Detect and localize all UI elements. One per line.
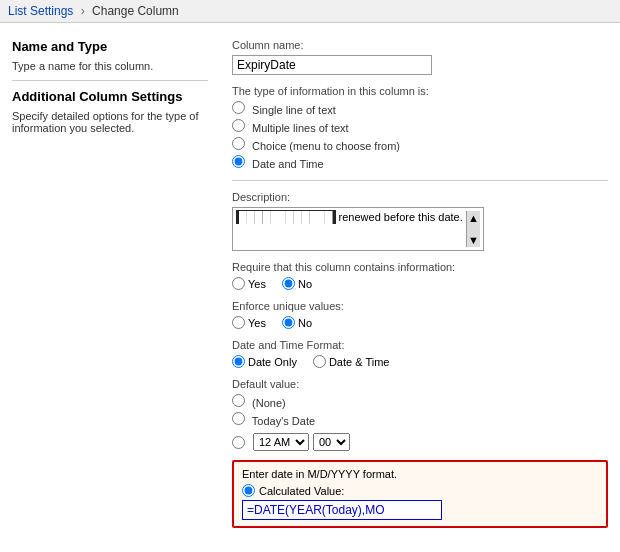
default-none-option[interactable]: (None) (232, 394, 608, 409)
default-radio-group: (None) Today's Date 12 AM 00 (232, 394, 608, 454)
format-label: Date and Time Format: (232, 339, 608, 351)
enforce-yes-option[interactable]: Yes (232, 316, 266, 329)
calculated-label: Calculated Value: (259, 485, 344, 497)
breadcrumb: List Settings › Change Column (0, 0, 620, 23)
format-radio-datetime[interactable] (313, 355, 326, 368)
format-radio-date[interactable] (232, 355, 245, 368)
scroll-down-icon: ▼ (468, 234, 479, 246)
right-column: Column name: The type of information in … (220, 31, 620, 536)
format-radio-group: Date Only Date & Time (232, 355, 608, 368)
require-no-option[interactable]: No (282, 277, 312, 290)
type-radio-single[interactable] (232, 101, 245, 114)
type-radio-group: Single line of text Multiple lines of te… (232, 101, 608, 170)
default-radio-none[interactable] (232, 394, 245, 407)
type-option-multi[interactable]: Multiple lines of text (232, 119, 608, 134)
calculated-value-input[interactable] (242, 500, 442, 520)
enforce-radio-yes[interactable] (232, 316, 245, 329)
format-date-option[interactable]: Date Only (232, 355, 297, 368)
breadcrumb-parent[interactable]: List Settings (8, 4, 73, 18)
enforce-no-option[interactable]: No (282, 316, 312, 329)
default-today-option[interactable]: Today's Date (232, 412, 608, 427)
scroll-up-icon: ▲ (468, 212, 479, 224)
breadcrumb-separator: › (81, 4, 85, 18)
enforce-label: Enforce unique values: (232, 300, 608, 312)
name-type-title: Name and Type (12, 39, 208, 54)
type-option-choice[interactable]: Choice (menu to choose from) (232, 137, 608, 152)
description-scrollbar[interactable]: ▲ ▼ (466, 211, 480, 247)
name-type-desc: Type a name for this column. (12, 60, 208, 72)
default-radio-today[interactable] (232, 412, 245, 425)
require-yes-option[interactable]: Yes (232, 277, 266, 290)
desc-label: Description: (232, 191, 608, 203)
enforce-radio-group: Yes No (232, 316, 608, 329)
desc-plain-text: renewed before this date. (339, 211, 463, 223)
time-select-group: 12 AM 00 (253, 433, 350, 451)
require-radio-no[interactable] (282, 277, 295, 290)
description-field-wrapper: ████████████ renewed before this date. ▲… (232, 207, 484, 251)
time-am-select[interactable]: 12 AM (253, 433, 309, 451)
type-radio-choice[interactable] (232, 137, 245, 150)
type-radio-multi[interactable] (232, 119, 245, 132)
calculated-value-option[interactable]: Calculated Value: (242, 484, 598, 497)
require-radio-group: Yes No (232, 277, 608, 290)
additional-settings-title: Additional Column Settings (12, 89, 208, 104)
type-radio-datetime[interactable] (232, 155, 245, 168)
highlight-label: Enter date in M/D/YYYY format. (242, 468, 598, 480)
main-content: Name and Type Type a name for this colum… (0, 23, 620, 544)
format-datetime-option[interactable]: Date & Time (313, 355, 390, 368)
column-name-input[interactable] (232, 55, 432, 75)
require-label: Require that this column contains inform… (232, 261, 608, 273)
type-option-single[interactable]: Single line of text (232, 101, 608, 116)
type-option-datetime[interactable]: Date and Time (232, 155, 608, 170)
additional-settings-desc: Specify detailed options for the type of… (12, 110, 208, 134)
desc-masked-text: ████████████ (236, 210, 336, 224)
calculated-radio[interactable] (242, 484, 255, 497)
default-custom-option[interactable]: 12 AM 00 (232, 430, 608, 454)
highlighted-section: Enter date in M/D/YYYY format. Calculate… (232, 460, 608, 528)
description-text: ████████████ renewed before this date. (236, 211, 466, 247)
require-radio-yes[interactable] (232, 277, 245, 290)
enforce-radio-no[interactable] (282, 316, 295, 329)
default-label: Default value: (232, 378, 608, 390)
column-name-label: Column name: (232, 39, 608, 51)
breadcrumb-current: Change Column (92, 4, 179, 18)
type-label: The type of information in this column i… (232, 85, 608, 97)
default-radio-custom[interactable] (232, 436, 245, 449)
left-column: Name and Type Type a name for this colum… (0, 31, 220, 536)
time-min-select[interactable]: 00 (313, 433, 350, 451)
